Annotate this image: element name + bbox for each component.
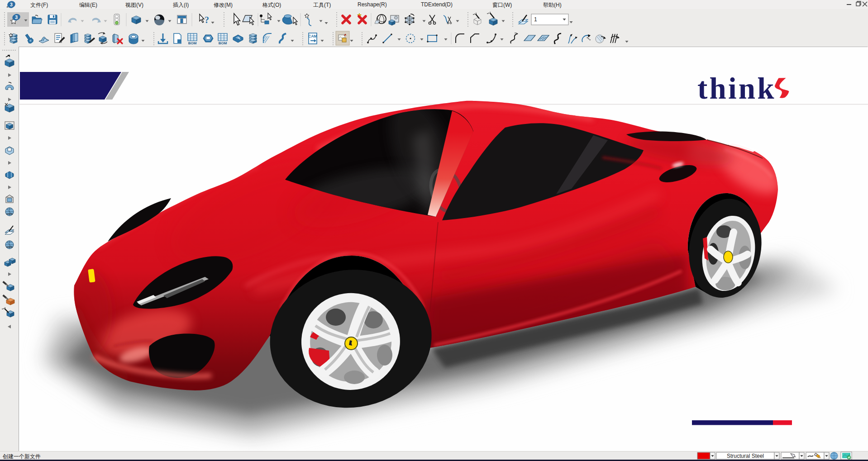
svg-text:CAM: CAM: [308, 34, 317, 38]
svg-text:BOM: BOM: [188, 41, 197, 45]
svg-text:3: 3: [15, 14, 18, 20]
svg-text:1: 1: [534, 16, 537, 23]
svg-text:?: ?: [205, 15, 209, 25]
svg-text:think: think: [697, 71, 776, 105]
svg-text:3: 3: [10, 2, 13, 7]
svg-text:BOM: BOM: [219, 41, 227, 45]
svg-text:Structural Steel: Structural Steel: [727, 453, 764, 459]
